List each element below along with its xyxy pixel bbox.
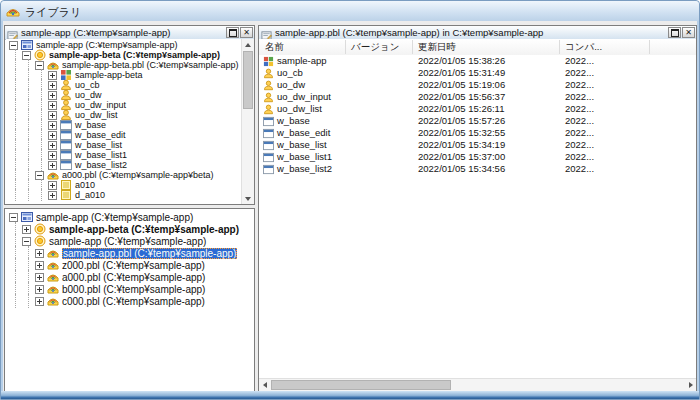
collapse-minus-icon[interactable] [22, 237, 31, 246]
tree-row[interactable]: sample-app (C:¥temp¥sample-app) [6, 235, 253, 247]
column-separator[interactable] [345, 40, 346, 54]
scroll-up-icon [245, 43, 251, 47]
close-button[interactable]: ✕ [240, 27, 253, 38]
expand-plus-icon[interactable] [35, 297, 44, 306]
window-border-right [697, 21, 699, 399]
column-header-compiled[interactable]: コンパ... [565, 39, 602, 55]
expand-plus-icon[interactable] [48, 71, 57, 80]
list-row[interactable]: w_base_list22022/01/05 15:34:562022... [259, 163, 696, 175]
tree-item-label: sample-app (C:¥temp¥sample-app) [36, 40, 178, 50]
column-header-name[interactable]: 名前 [265, 39, 284, 55]
scroll-right-button[interactable] [685, 379, 696, 391]
list-row[interactable]: w_base_edit2022/01/05 15:32:552022... [259, 127, 696, 139]
column-separator[interactable] [412, 40, 413, 54]
horizontal-scrollbar[interactable] [259, 378, 696, 391]
list-row[interactable]: uo_dw_input2022/01/05 15:56:372022... [259, 91, 696, 103]
tree-row[interactable]: z000.pbl (C:¥temp¥sample-app) [6, 259, 253, 271]
expand-plus-icon[interactable] [48, 91, 57, 100]
tree-row[interactable]: sample-app (C:¥temp¥sample-app) [6, 211, 253, 223]
cell-compiled: 2022... [565, 115, 594, 127]
tree-row[interactable]: sample-app-beta (C:¥temp¥sample-app) [6, 50, 241, 60]
tree-item-label: z000.pbl (C:¥temp¥sample-app) [62, 260, 205, 271]
list-row[interactable]: w_base_list2022/01/05 15:34:192022... [259, 139, 696, 151]
expand-plus-icon[interactable] [35, 273, 44, 282]
expand-plus-icon[interactable] [48, 181, 57, 190]
expand-plus-icon[interactable] [48, 121, 57, 130]
vertical-scrollbar[interactable] [241, 39, 254, 204]
list-pane: sample-app.pbl (C:¥temp¥sample-app) in C… [258, 25, 697, 392]
tree-row[interactable]: c000.pbl (C:¥temp¥sample-app) [6, 295, 253, 307]
tree-row[interactable]: a000.pbl (C:¥temp¥sample-app) [6, 271, 253, 283]
list-row[interactable]: w_base2022/01/05 15:57:262022... [259, 115, 696, 127]
column-separator[interactable] [649, 40, 650, 54]
tree-row[interactable]: w_base_list2 [6, 160, 241, 170]
tree-item-label: sample-app (C:¥temp¥sample-app) [36, 212, 193, 223]
expand-plus-icon[interactable] [48, 151, 57, 160]
tree-row[interactable]: b000.pbl (C:¥temp¥sample-app) [6, 283, 253, 295]
pane-icon [7, 27, 18, 38]
close-button[interactable]: ✕ [682, 27, 695, 38]
tree-item-label: c000.pbl (C:¥temp¥sample-app) [62, 296, 205, 307]
userobject-icon [263, 80, 274, 91]
cell-modified: 2022/01/05 15:26:11 [418, 103, 504, 115]
collapse-minus-icon[interactable] [35, 61, 44, 70]
target-icon [34, 223, 46, 235]
window-titlebar[interactable]: ライブラリ [1, 1, 699, 22]
expand-plus-icon[interactable] [48, 141, 57, 150]
cell-name: uo_cb [263, 67, 303, 79]
workspace-tree: sample-app (C:¥temp¥sample-app)sample-ap… [6, 211, 253, 390]
target-icon [34, 235, 46, 247]
column-header-modified[interactable]: 更新日時 [418, 39, 456, 55]
scrollbar-thumb[interactable] [271, 380, 451, 390]
expand-plus-icon[interactable] [35, 261, 44, 270]
column-separator[interactable] [559, 40, 560, 54]
tree-indent-guide [9, 190, 22, 200]
list-row[interactable]: uo_cb2022/01/05 15:31:492022... [259, 67, 696, 79]
expand-plus-icon[interactable] [22, 225, 31, 234]
pane-title-text: sample-app (C:¥temp¥sample-app) [21, 27, 224, 38]
tree-item-label: b000.pbl (C:¥temp¥sample-app) [62, 284, 205, 295]
scroll-down-button[interactable] [242, 193, 254, 204]
library-painter-icon [6, 4, 20, 18]
collapse-minus-icon[interactable] [22, 51, 31, 60]
scroll-up-button[interactable] [242, 39, 254, 50]
userobject-icon [263, 92, 274, 103]
tree-row[interactable]: sample-app.pbl (C:¥temp¥sample-app) [6, 247, 253, 259]
list-pane-titlebar[interactable]: sample-app.pbl (C:¥temp¥sample-app) in C… [259, 26, 696, 40]
list-row[interactable]: sample-app2022/01/05 15:38:262022... [259, 55, 696, 67]
collapse-minus-icon[interactable] [9, 213, 18, 222]
list-row[interactable]: w_base_list12022/01/05 15:37:002022... [259, 151, 696, 163]
tree-row[interactable]: d_a010 [6, 190, 241, 200]
cell-compiled: 2022... [565, 127, 594, 139]
cell-name: w_base_list2 [263, 163, 332, 175]
scroll-left-button[interactable] [259, 379, 270, 391]
maximize-button[interactable] [226, 27, 239, 38]
tree-row[interactable]: sample-app-beta (C:¥temp¥sample-app) [6, 223, 253, 235]
close-icon: ✕ [243, 29, 250, 37]
tree-item-label: w_base_list1 [75, 150, 127, 160]
expand-plus-icon[interactable] [35, 249, 44, 258]
object-name-label: uo_dw [277, 79, 305, 91]
expand-plus-icon[interactable] [48, 81, 57, 90]
object-name-label: w_base_list2 [277, 163, 332, 175]
window-border-left [1, 21, 3, 399]
expand-plus-icon[interactable] [48, 101, 57, 110]
scrollbar-thumb[interactable] [243, 51, 253, 109]
tree-indent-guide [9, 295, 22, 307]
cell-modified: 2022/01/05 15:19:06 [418, 79, 505, 91]
column-header-version[interactable]: バージョン [351, 39, 399, 55]
object-name-label: uo_dw_input [277, 91, 331, 103]
expand-plus-icon[interactable] [48, 191, 57, 200]
list-row[interactable]: uo_dw2022/01/05 15:19:062022... [259, 79, 696, 91]
collapse-minus-icon[interactable] [35, 171, 44, 180]
maximize-icon [671, 29, 679, 37]
cell-name: uo_dw_input [263, 91, 331, 103]
list-row[interactable]: uo_dw_list2022/01/05 15:26:112022... [259, 103, 696, 115]
tree-pane-titlebar[interactable]: sample-app (C:¥temp¥sample-app) ✕ [5, 26, 254, 40]
object-name-label: w_base [277, 115, 310, 127]
collapse-minus-icon[interactable] [9, 41, 18, 50]
expand-plus-icon[interactable] [48, 111, 57, 120]
expand-plus-icon[interactable] [48, 131, 57, 140]
expand-plus-icon[interactable] [35, 285, 44, 294]
maximize-button[interactable] [668, 27, 681, 38]
